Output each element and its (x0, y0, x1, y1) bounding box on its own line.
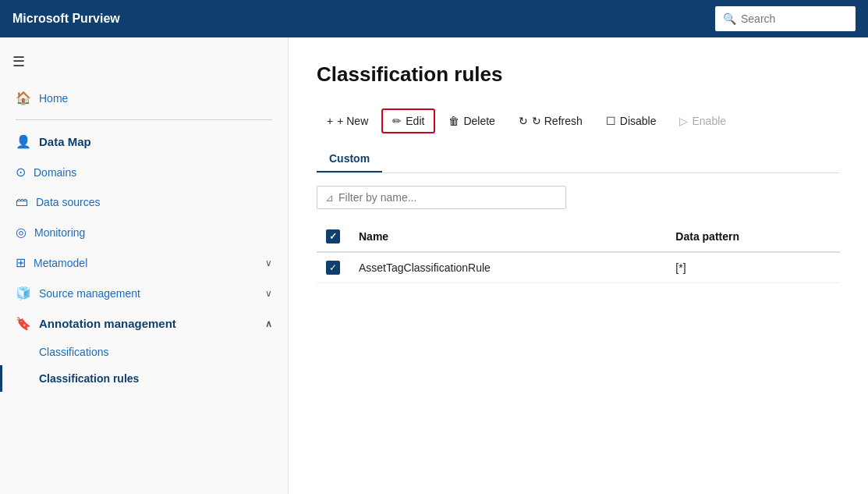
table-header-row: Name Data pattern (317, 222, 840, 252)
sidebar-item-source-management[interactable]: 🧊 Source management ∨ (0, 278, 288, 308)
row-checkbox-cell (317, 252, 349, 283)
home-icon: 🏠 (16, 91, 31, 105)
refresh-icon: ↻ (519, 115, 528, 127)
search-box[interactable]: 🔍 (715, 6, 856, 31)
source-management-chevron-icon: ∨ (265, 288, 272, 299)
sidebar-item-metamodel[interactable]: ⊞ Metamodel ∨ (0, 247, 288, 278)
new-icon: + (327, 115, 333, 127)
annotation-management-chevron-icon: ∧ (265, 318, 272, 329)
new-label: + New (337, 115, 368, 127)
sidebar-item-home-label: Home (39, 92, 68, 105)
new-button[interactable]: + + New (317, 109, 378, 133)
monitoring-icon: ◎ (16, 225, 27, 240)
sidebar-item-annotation-management-label: Annotation management (39, 317, 176, 330)
sidebar-item-source-management-label: Source management (39, 287, 140, 300)
sidebar-item-home[interactable]: 🏠 Home (0, 83, 288, 113)
sidebar-subitem-classifications[interactable]: Classifications (0, 339, 288, 365)
main-layout: ☰ 🏠 Home 👤 Data Map ⊙ Domains 🗃 Data sou… (0, 37, 868, 494)
enable-icon: ▷ (679, 115, 688, 127)
sidebar-item-metamodel-label: Metamodel (34, 257, 87, 269)
sidebar-subitem-classification-rules[interactable]: Classification rules (0, 365, 288, 392)
table-header-name: Name (349, 222, 666, 252)
edit-label: Edit (406, 115, 424, 127)
sidebar-item-monitoring-label: Monitoring (34, 226, 85, 239)
sidebar-item-domains[interactable]: ⊙ Domains (0, 157, 288, 187)
sidebar-item-data-sources-label: Data sources (36, 196, 100, 208)
disable-label: Disable (620, 115, 657, 127)
page-title: Classification rules (317, 62, 840, 87)
table-header-data-pattern: Data pattern (666, 222, 840, 252)
sidebar-subitem-classification-rules-label: Classification rules (39, 372, 139, 385)
row-data-pattern: [*] (666, 252, 840, 283)
search-icon: 🔍 (723, 12, 736, 25)
delete-label: Delete (463, 115, 494, 127)
disable-button[interactable]: ☐ Disable (596, 109, 667, 133)
sidebar-subitem-classifications-label: Classifications (39, 346, 108, 358)
delete-icon: 🗑 (448, 115, 459, 127)
refresh-label: ↻ Refresh (532, 115, 583, 127)
filter-icon: ⊿ (325, 192, 334, 204)
app-title: Microsoft Purview (12, 12, 120, 26)
sidebar-item-data-sources[interactable]: 🗃 Data sources (0, 187, 288, 217)
disable-icon: ☐ (606, 115, 616, 127)
main-content: Classification rules + + New ✏ Edit 🗑 De… (289, 37, 868, 494)
tab-bar: Custom (317, 146, 840, 173)
edit-icon: ✏ (392, 115, 402, 127)
tab-custom-label: Custom (329, 152, 370, 165)
sidebar-divider-1 (16, 119, 272, 120)
sidebar-item-monitoring[interactable]: ◎ Monitoring (0, 217, 288, 247)
edit-button[interactable]: ✏ Edit (381, 108, 435, 133)
sidebar-item-domains-label: Domains (34, 166, 76, 179)
annotation-management-icon: 🔖 (16, 316, 31, 331)
enable-button[interactable]: ▷ Enable (669, 109, 736, 133)
data-map-icon: 👤 (16, 134, 31, 149)
hamburger-menu[interactable]: ☰ (0, 47, 288, 83)
tab-custom[interactable]: Custom (317, 146, 382, 172)
metamodel-chevron-icon: ∨ (265, 258, 272, 268)
table-header-checkbox (317, 222, 349, 252)
refresh-button[interactable]: ↻ ↻ Refresh (508, 109, 593, 133)
source-management-icon: 🧊 (16, 286, 31, 300)
sidebar: ☰ 🏠 Home 👤 Data Map ⊙ Domains 🗃 Data sou… (0, 37, 289, 494)
filter-input-wrap: ⊿ (317, 186, 566, 209)
classification-rules-table: Name Data pattern AssetTagClassification… (317, 222, 840, 283)
search-input[interactable] (741, 12, 842, 25)
metamodel-icon: ⊞ (16, 255, 26, 270)
data-sources-icon: 🗃 (16, 195, 28, 209)
sidebar-item-data-map[interactable]: 👤 Data Map (0, 126, 288, 157)
domains-icon: ⊙ (16, 165, 26, 179)
row-checkbox[interactable] (326, 261, 340, 275)
topbar: Microsoft Purview 🔍 (0, 0, 868, 37)
table-row: AssetTagClassificationRule [*] (317, 252, 840, 283)
enable-label: Enable (692, 115, 726, 127)
row-name: AssetTagClassificationRule (349, 252, 666, 283)
delete-button[interactable]: 🗑 Delete (438, 109, 505, 133)
filter-input[interactable] (338, 191, 541, 204)
sidebar-item-data-map-label: Data Map (39, 135, 91, 148)
select-all-checkbox[interactable] (326, 229, 340, 243)
toolbar: + + New ✏ Edit 🗑 Delete ↻ ↻ Refresh ☐ Di… (317, 108, 840, 133)
sidebar-item-annotation-management[interactable]: 🔖 Annotation management ∧ (0, 308, 288, 339)
